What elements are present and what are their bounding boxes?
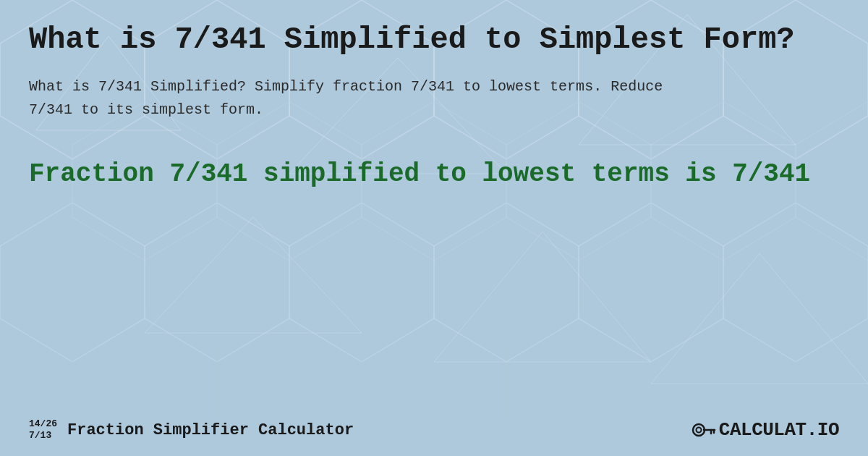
svg-point-30 — [693, 424, 705, 436]
result-title: Fraction 7/341 simplified to lowest term… — [29, 158, 839, 192]
page-title: What is 7/341 Simplified to Simplest For… — [29, 22, 839, 58]
footer-brand-label: Fraction Simplifier Calculator — [67, 421, 354, 439]
footer-right: CALCULAT.IO — [690, 417, 839, 443]
fraction-stack: 14/26 7/13 — [29, 418, 57, 441]
fraction-top: 14/26 — [29, 418, 57, 430]
key-icon — [690, 417, 716, 443]
footer-left: 14/26 7/13 Fraction Simplifier Calculato… — [29, 418, 354, 441]
page-description: What is 7/341 Simplified? Simplify fract… — [29, 75, 680, 122]
svg-point-31 — [696, 428, 701, 433]
footer: 14/26 7/13 Fraction Simplifier Calculato… — [29, 417, 839, 443]
calculator-logo: CALCULAT.IO — [690, 417, 839, 443]
result-section: Fraction 7/341 simplified to lowest term… — [29, 158, 839, 192]
fraction-bottom: 7/13 — [29, 430, 57, 442]
calculator-brand: CALCULAT.IO — [719, 419, 839, 441]
